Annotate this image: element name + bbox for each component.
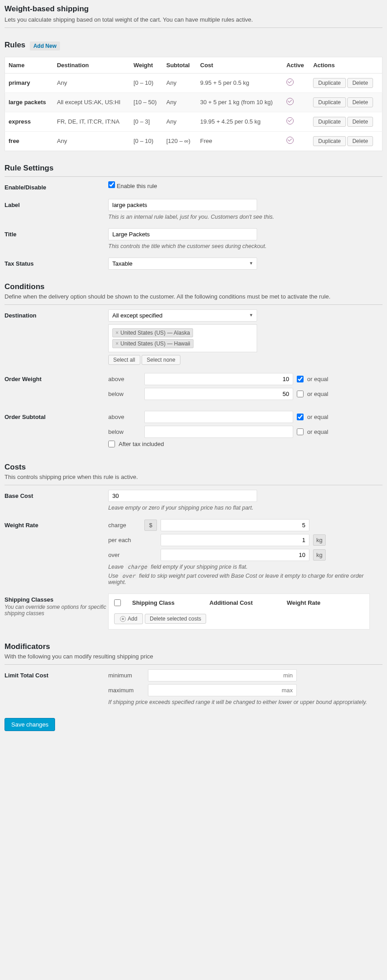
divider — [5, 304, 382, 305]
min-label: minimum — [108, 672, 144, 679]
order-subtotal-label: Order Subtotal — [5, 411, 108, 420]
select-all-button[interactable]: Select all — [108, 355, 140, 365]
rule-weight: [0 – 10) — [130, 73, 163, 92]
subtotal-below-oreq[interactable] — [297, 428, 304, 435]
col-cost: Cost — [197, 57, 283, 73]
per-each-input[interactable] — [161, 534, 309, 546]
rule-name: large packets — [5, 92, 54, 112]
below-label: below — [108, 428, 141, 435]
rule-active[interactable] — [283, 112, 310, 131]
enable-checkbox[interactable] — [108, 181, 115, 188]
rule-cost: 19.95 + 4.25 per 0.5 kg — [197, 112, 283, 131]
page-title: Weight-based shipping — [5, 5, 382, 14]
max-label: maximum — [108, 687, 144, 694]
tax-select[interactable] — [108, 258, 257, 270]
check-icon — [286, 117, 294, 124]
dest-tag[interactable]: ×United States (US) — Alaska — [112, 328, 193, 337]
delete-selected-button[interactable]: Delete selected costs — [145, 614, 206, 624]
rule-weight: [0 – 3] — [130, 112, 163, 131]
rule-name: free — [5, 131, 54, 151]
subtotal-below-input[interactable] — [144, 426, 293, 438]
charge-input[interactable] — [161, 519, 309, 531]
min-input[interactable] — [148, 669, 297, 681]
weight-above-oreq[interactable] — [297, 376, 304, 382]
dest-tag[interactable]: ×United States (US) — Hawaii — [112, 339, 194, 348]
currency-unit: $ — [144, 520, 157, 531]
weight-rate-label: Weight Rate — [5, 519, 108, 529]
check-icon — [286, 98, 294, 105]
delete-button[interactable]: Delete — [347, 117, 373, 127]
oreq-label: or equal — [307, 391, 328, 397]
max-input[interactable] — [148, 684, 297, 696]
subtotal-above-input[interactable] — [144, 411, 293, 423]
oreq-label: or equal — [307, 376, 328, 382]
duplicate-button[interactable]: Duplicate — [313, 78, 346, 88]
below-label: below — [108, 391, 141, 397]
title-label: Title — [5, 228, 108, 238]
dest-mode-select[interactable] — [108, 309, 257, 322]
check-icon — [286, 78, 294, 86]
order-weight-label: Order Weight — [5, 373, 108, 382]
rule-name: express — [5, 112, 54, 131]
weight-rate-help1: Leave charge field empty if your shippin… — [108, 564, 382, 570]
rule-subtotal: [120 – ∞) — [163, 131, 197, 151]
title-help: This controls the title which the custom… — [108, 243, 382, 249]
costs-desc: This controls shipping price when this r… — [5, 474, 382, 480]
add-new-button[interactable]: Add New — [30, 41, 60, 51]
select-none-button[interactable]: Select none — [142, 355, 180, 365]
remove-tag-icon[interactable]: × — [115, 330, 119, 336]
col-weight: Weight — [130, 57, 163, 73]
after-tax-label: After tax included — [119, 441, 164, 447]
modificators-desc: With the following you can modify result… — [5, 653, 382, 660]
delete-button[interactable]: Delete — [347, 78, 373, 88]
duplicate-button[interactable]: Duplicate — [313, 136, 346, 146]
sc-col-rate: Weight Rate — [287, 599, 364, 607]
save-button[interactable]: Save changes — [5, 718, 55, 731]
limit-label: Limit Total Cost — [5, 669, 108, 679]
rule-active[interactable] — [283, 131, 310, 151]
delete-button[interactable]: Delete — [347, 97, 373, 107]
rule-subtotal: Any — [163, 112, 197, 131]
col-active: Active — [283, 57, 310, 73]
weight-below-oreq[interactable] — [297, 391, 304, 397]
weight-above-input[interactable] — [144, 373, 293, 385]
sc-select-all-checkbox[interactable] — [114, 599, 121, 606]
rule-active[interactable] — [283, 92, 310, 112]
remove-tag-icon[interactable]: × — [115, 340, 119, 347]
col-subtotal: Subtotal — [163, 57, 197, 73]
conditions-heading: Conditions — [5, 282, 382, 291]
delete-button[interactable]: Delete — [347, 136, 373, 146]
after-tax-checkbox[interactable] — [108, 441, 115, 447]
rule-cost: 9.95 + 5 per 0.5 kg — [197, 73, 283, 92]
dest-multi-select[interactable]: ×United States (US) — Alaska ×United Sta… — [108, 324, 257, 352]
sc-col-cost: Additional Cost — [209, 599, 286, 607]
rule-dest: FR, DE, IT, IT:CR, IT:NA — [53, 112, 130, 131]
weight-below-input[interactable] — [144, 388, 293, 400]
add-class-button[interactable]: +Add — [114, 613, 143, 624]
divider — [5, 664, 382, 665]
above-label: above — [108, 376, 141, 382]
divider — [5, 176, 382, 177]
duplicate-button[interactable]: Duplicate — [313, 117, 346, 127]
label-input[interactable] — [108, 199, 257, 211]
rule-dest: Any — [53, 131, 130, 151]
title-input[interactable] — [108, 228, 257, 240]
conditions-desc: Define when the delivery option should b… — [5, 293, 382, 300]
base-cost-label: Base Cost — [5, 490, 108, 499]
table-row[interactable]: freeAny[0 – 10)[120 – ∞)FreeDuplicate De… — [5, 131, 382, 151]
duplicate-button[interactable]: Duplicate — [313, 97, 346, 107]
col-actions: Actions — [309, 57, 382, 73]
rule-settings-heading: Rule Settings — [5, 164, 382, 173]
over-input[interactable] — [161, 549, 309, 561]
table-row[interactable]: large packetsAll except US:AK, US:HI[10 … — [5, 92, 382, 112]
base-cost-input[interactable] — [108, 490, 257, 502]
enable-checkbox-label[interactable]: Enable this rule — [108, 183, 157, 189]
rule-active[interactable] — [283, 73, 310, 92]
col-name: Name — [5, 57, 54, 73]
table-row[interactable]: expressFR, DE, IT, IT:CR, IT:NA[0 – 3]An… — [5, 112, 382, 131]
subtotal-above-oreq[interactable] — [297, 414, 304, 420]
over-label: over — [108, 552, 141, 558]
table-row[interactable]: primaryAny[0 – 10)Any9.95 + 5 per 0.5 kg… — [5, 73, 382, 92]
rule-dest: Any — [53, 73, 130, 92]
rule-subtotal: Any — [163, 92, 197, 112]
